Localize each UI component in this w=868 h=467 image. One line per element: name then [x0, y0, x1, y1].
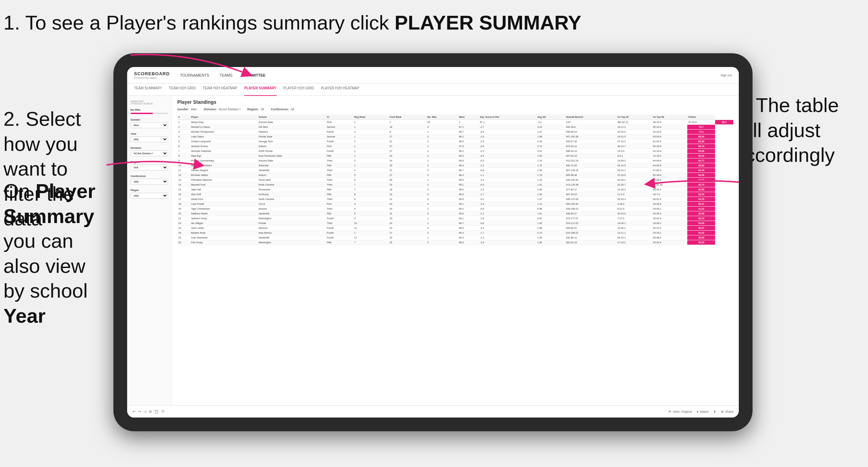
cell-17-12: 20-38-8 [652, 202, 687, 207]
cell-15-3: Fifth [326, 192, 353, 197]
logo: SCOREBOARD Powered by clippd [134, 71, 170, 79]
table-row[interactable]: 2Michael Le SassoOle MissSecond118067.1-… [177, 125, 733, 130]
table-row[interactable]: 19Tiger ChristensenArizonaThird523269.2-… [177, 207, 733, 211]
table-row[interactable]: 13Phichaksn MaichonTexas A&MThird630169.… [177, 178, 733, 182]
table-row[interactable]: 7Nicholas GabrelcikNorth FloridaFourth12… [177, 149, 733, 154]
table-row[interactable]: 17David FordNorth CarolinaThird421069.0-… [177, 197, 733, 202]
cell-25-8: -1.8 [479, 240, 536, 245]
cell-19-7: 69.8 [458, 211, 479, 216]
subnav-player-h2h-grid[interactable]: PLAYER H2H GRID [283, 86, 314, 93]
nav-right: Sign out [721, 74, 732, 77]
view-label[interactable]: View: Original [673, 410, 692, 413]
cell-11-2: Auburn [258, 173, 326, 178]
cell-17-4: 4 [353, 202, 389, 207]
cell-4-1: Christo Lamprecht [190, 139, 258, 144]
cell-11-4: 5 [353, 173, 389, 178]
share-label[interactable]: Share [725, 410, 733, 413]
sign-out-link[interactable]: Sign out [721, 74, 732, 77]
gender-select[interactable]: Men [131, 122, 168, 128]
cell-7-2: East Tennessee State [258, 154, 326, 158]
player-select[interactable]: (All) [131, 193, 168, 199]
table-row[interactable]: 20Matthew RiedelVanderbiltFifth521069.8-… [177, 211, 733, 216]
paste-icon[interactable]: 📋 [154, 410, 158, 414]
table-row[interactable]: 8Mats EgeEast Tennessee StateFifth124268… [177, 154, 733, 158]
table-row[interactable]: 21Taehoon SongWashingtonFourth423169.1-1… [177, 216, 733, 221]
subnav-player-summary[interactable]: PLAYER SUMMARY [244, 86, 277, 96]
table-row[interactable]: 11Gordon SargentVanderbiltThird421068.7-… [177, 168, 733, 173]
col-no-rds: No. Rds. [426, 114, 458, 120]
region-filter: Region N/A [131, 160, 168, 170]
sub-navigation: TEAM SUMMARY TEAM H2H GRID TEAM H2H HEAT… [127, 84, 739, 96]
cell-9-5: 25 [389, 163, 426, 168]
table-row[interactable]: 15Jake HallTennesseeFifth718068.5-1.51.6… [177, 187, 733, 192]
table-row[interactable]: 6Jackson KoivunAuburnFirst127167.3-2.02.… [177, 144, 733, 149]
table-row[interactable]: 3Michael ThorbjornsenStanfordFourth28168… [177, 130, 733, 134]
table-row[interactable]: 16Alex GoffKentuckyFifth819068.3-1.71.92… [177, 192, 733, 197]
cell-7-6: 2 [426, 154, 458, 158]
cell-9-11: 20-14-5 [616, 163, 652, 168]
subnav-team-h2h-grid[interactable]: TEAM H2H GRID [169, 86, 196, 93]
table-row[interactable]: 23Jack LundinMissouriFourth1124068.6-2.3… [177, 226, 733, 231]
redo-icon[interactable]: ↪ [138, 410, 141, 414]
annotation-bottom: On Player Summary you can also view by s… [3, 179, 110, 328]
table-row[interactable]: 10Jacob Skov OlesenArkansasFifth125068.4… [177, 163, 733, 168]
table-row[interactable]: 14Maxwell FordNorth CarolinaThird723069.… [177, 182, 733, 187]
cell-9-1: Jacob Skov Olesen [190, 163, 258, 168]
nav-tournaments[interactable]: TOURNAMENTS [180, 72, 209, 79]
cell-6-11: 14-3-3 [616, 149, 652, 154]
cell-6-4: 1 [353, 149, 389, 154]
cell-1-8: -2.7 [479, 125, 536, 130]
no-rds-slider[interactable] [131, 113, 168, 114]
nav-committee[interactable]: COMMITTEE [243, 72, 266, 79]
cell-9-3: Fifth [326, 163, 353, 168]
cell-20-8: -1.8 [479, 216, 536, 221]
cell-18-13: 41.81 [687, 207, 715, 211]
cell-11-6: 0 [426, 173, 458, 178]
cell-16-6: 0 [426, 197, 458, 202]
cell-14-5: 18 [389, 187, 426, 192]
table-row[interactable]: 26Petr HrubyWashingtonFifth725068.6-1.81… [177, 240, 733, 245]
table-row[interactable]: 22Ian GilliganFloridaThird1024168.7-0.81… [177, 221, 733, 226]
cell-3-11: 24-31-5 [616, 134, 652, 139]
region-select[interactable]: N/A [131, 165, 168, 170]
cell-16-13: 42.35 [687, 197, 715, 202]
subnav-player-h2h-heatmap[interactable]: PLAYER H2H HEATMAP [321, 86, 359, 93]
table-row[interactable]: 4Luke ClatonFlorida StateSecond127268.2-… [177, 134, 733, 139]
table-row[interactable]: 5Christo LamprechtGeorgia TechFourth2212… [177, 139, 733, 144]
player-standings-table: # Player School Yr Reg Rank Conf Rank No… [177, 114, 733, 245]
conference-select[interactable]: (All) [131, 179, 168, 185]
table-row[interactable]: 25Cole SherwoodVanderbiltFourth1223169.3… [177, 235, 733, 240]
filters-row: Gender: Men Division: NCAA Division I Re… [177, 108, 733, 111]
time-icon[interactable]: ⏱ [161, 410, 165, 414]
undo-icon[interactable]: ↩ [133, 410, 135, 414]
table-row[interactable]: 24Bastien AmatNew MexicoFourth127269.4-1… [177, 231, 733, 235]
subnav-team-summary[interactable]: TEAM SUMMARY [134, 86, 162, 93]
cell-16-9: 1.47 [536, 197, 565, 202]
cell-16-10: 406-172-16 [565, 197, 616, 202]
table-row[interactable]: 9Preston SummerhaysArizona StateThird324… [177, 158, 733, 163]
cell-11-9: 1.79 [536, 173, 565, 178]
table-row[interactable]: 12Brendan ValdesAuburnFifth527068.4-1.11… [177, 173, 733, 178]
watch-label[interactable]: Watch [700, 410, 709, 413]
cell-6-1: Nicholas Gabrelcik [190, 149, 258, 154]
division-select[interactable]: NCAA Division I [131, 151, 168, 156]
table-row[interactable]: 18Luke PowellUCLAFirst424069.1-1.81.1350… [177, 202, 733, 207]
cell-4-8: -2.5 [479, 139, 536, 144]
back-icon[interactable]: ◁ [144, 410, 146, 414]
nav-teams[interactable]: TEAMS [220, 72, 233, 79]
player-label: Player [131, 189, 168, 192]
filter-region: Region: All [247, 108, 264, 111]
update-time: Update time: 27/03/2024 16:56:26 [131, 100, 168, 105]
cell-6-8: -2.3 [479, 149, 536, 154]
cell-0-0: 1 [177, 120, 190, 125]
cell-13-13: 40.75 [687, 182, 715, 187]
cell-25-11: 17-14-2 [616, 240, 652, 245]
copy-icon[interactable]: ⧉ [149, 410, 152, 414]
cell-15-11: 11-5-3 [616, 192, 652, 197]
year-select[interactable]: (All) [131, 136, 168, 142]
cell-5-8: -2.0 [479, 144, 536, 149]
cell-0-2: Arizona State [258, 120, 326, 125]
table-row[interactable]: 1Wenyi DingArizona StateFirst1115167.1-3… [177, 120, 733, 125]
subnav-team-h2h-heatmap[interactable]: TEAM H2H HEATMAP [203, 86, 237, 93]
cell-24-13: 39.95 [687, 235, 715, 240]
